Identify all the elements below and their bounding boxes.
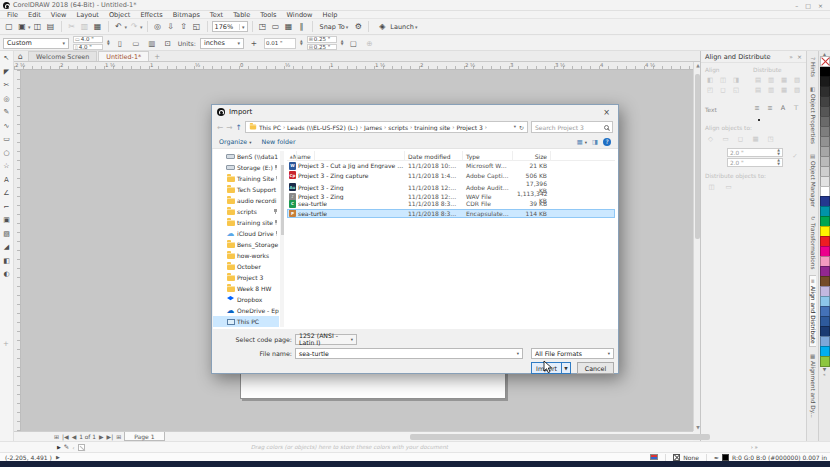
- rectangle-tool-icon[interactable]: ▭: [1, 135, 13, 143]
- paste-icon[interactable]: ▦: [92, 21, 104, 33]
- menu-item[interactable]: Object: [104, 11, 135, 19]
- align-to-button-icon[interactable]: ▦: [749, 133, 762, 144]
- current-page-icon[interactable]: ⊡: [162, 37, 174, 49]
- folder-tree-item[interactable]: This PC: [213, 316, 279, 327]
- snap-to-button[interactable]: Snap To▾: [317, 23, 352, 31]
- cancel-button[interactable]: Cancel: [577, 362, 614, 374]
- folder-tree-item[interactable]: scripts: [213, 206, 279, 217]
- Project 3 - Zing capture[interactable]: CpProject 3 - Zing capture 11/1/2018 1:4…: [287, 171, 615, 181]
- breadcrumb-segment[interactable]: training site›: [414, 124, 454, 131]
- ellipse-tool-icon[interactable]: ○: [1, 149, 13, 157]
- docker-tab[interactable]: ? Hints: [810, 54, 816, 80]
- align-button-icon[interactable]: ◱: [730, 85, 742, 94]
- help-icon[interactable]: ?: [603, 138, 611, 146]
- distribute-to-button-icon[interactable]: ◫: [704, 181, 719, 192]
- new-tab-icon[interactable]: +: [150, 53, 164, 61]
- folder-tree-item[interactable]: Project 3: [213, 272, 279, 283]
- refresh-icon[interactable]: ↻: [519, 124, 524, 131]
- view-mode-icon[interactable]: ▦▾: [577, 138, 587, 145]
- show-rulers-icon[interactable]: ▭: [270, 21, 282, 33]
- column-type[interactable]: Type: [463, 151, 513, 161]
- chevron-down-icon[interactable]: ▾: [239, 24, 245, 30]
- search-content-icon[interactable]: ◎: [152, 21, 164, 33]
- organize-button[interactable]: Organize▾: [219, 138, 251, 145]
- palette-scroll-left-icon[interactable]: ‹: [72, 444, 74, 451]
- interactive-fill-tool-icon[interactable]: ◧: [1, 257, 13, 265]
- menu-item[interactable]: Help: [318, 11, 343, 19]
- menu-item[interactable]: Text: [205, 11, 228, 19]
- file-format-combo[interactable]: All File Formats▾: [531, 348, 614, 359]
- breadcrumb[interactable]: This PC›Leads (\\EL-US-FS2) (L:)›James›s…: [245, 121, 528, 133]
- breadcrumb-segment[interactable]: This PC›: [259, 124, 285, 131]
- duplicate-y-field[interactable]: ⊟0.25 ": [307, 44, 337, 51]
- next-page-icon[interactable]: ▶: [99, 433, 104, 440]
- folder-tree-item[interactable]: Dropbox: [213, 294, 279, 305]
- distribute-button-icon[interactable]: ▦: [778, 75, 790, 84]
- align-button-icon[interactable]: ◧: [704, 75, 716, 84]
- distribute-button-icon[interactable]: ▥: [765, 85, 777, 94]
- point-y-spinner[interactable]: ▲▼: [777, 159, 780, 166]
- menu-item[interactable]: Bitmaps: [168, 11, 205, 19]
- palette-expand-icon[interactable]: «: [823, 372, 826, 377]
- fullscreen-preview-icon[interactable]: ◳: [257, 21, 269, 33]
- treat-as-filled-icon[interactable]: ▢: [347, 37, 359, 49]
- docker-tab[interactable]: ▦ Alignment and Dy...: [810, 350, 816, 421]
- file-name-input[interactable]: sea-turtle▾: [295, 348, 523, 359]
- folder-tree-item[interactable]: Storage (E:): [213, 162, 279, 173]
- page-1-tab[interactable]: Page 1: [124, 432, 164, 441]
- horizontal-scroll-thumb[interactable]: [410, 434, 710, 440]
- home-icon[interactable]: ⌂: [18, 52, 23, 61]
- nudge-spinner[interactable]: ▲▼: [300, 40, 303, 47]
- column-name[interactable]: Name▲: [287, 151, 405, 161]
- distribute-button-icon[interactable]: ▧: [791, 75, 803, 84]
- polygon-tool-icon[interactable]: ☆: [1, 162, 13, 170]
- add-page-before-icon[interactable]: ⊞: [54, 433, 59, 440]
- zoom-tool-icon[interactable]: ◎: [1, 95, 13, 103]
- docker-collapse-icon[interactable]: »: [789, 53, 793, 60]
- freehand-tool-icon[interactable]: ✎: [1, 108, 13, 116]
- portrait-icon[interactable]: ▯: [114, 37, 126, 49]
- menu-item[interactable]: Edit: [23, 11, 46, 19]
- sea-turtle[interactable]: Csea-turtle 11/1/2018 8:31 AM CDR File 3…: [287, 199, 615, 209]
- page-width-field[interactable]: ▭4.0 ": [73, 36, 103, 43]
- align-button-icon[interactable]: ◫: [717, 75, 729, 84]
- Project 3 - Zing[interactable]: AuProject 3 - Zing 11/1/2018 12:34 PM Ad…: [287, 180, 615, 190]
- color-swatch[interactable]: [820, 356, 830, 367]
- tab-untitled-1[interactable]: Untitled-1*: [98, 51, 149, 61]
- search-input[interactable]: Search Project 3: [531, 121, 613, 133]
- docker-tab[interactable]: ◧ Object Properties: [810, 83, 816, 147]
- text-align-button-icon[interactable]: ≡: [751, 103, 763, 112]
- address-dropdown-icon[interactable]: ▾: [514, 124, 516, 131]
- undo-icon[interactable]: ↶: [113, 21, 125, 33]
- all-pages-icon[interactable]: ▥: [146, 37, 158, 49]
- pick-tool-icon[interactable]: ↖: [1, 54, 13, 62]
- docker-close-icon[interactable]: ×: [797, 53, 802, 60]
- sea-turtle[interactable]: Psea-turtle 11/1/2018 8:32 AM Encapsulat…: [287, 209, 615, 219]
- no-color-swatch[interactable]: [820, 56, 830, 67]
- point-x-field[interactable]: 2.0 "▲▼: [727, 148, 783, 157]
- horizontal-scrollbar[interactable]: [170, 433, 684, 441]
- folder-tree-item[interactable]: iCloud Drive: [213, 228, 279, 239]
- dialog-close-icon[interactable]: ×: [600, 108, 613, 117]
- duplicate-spinner[interactable]: ▲▼: [341, 40, 344, 47]
- folder-tree-item[interactable]: Training Site: [213, 173, 279, 184]
- text-tool-icon[interactable]: A: [1, 176, 13, 184]
- docker-tab[interactable]: ▤ Object Manager: [810, 150, 816, 210]
- color-proof-icon[interactable]: [650, 454, 658, 460]
- folder-tree-item[interactable]: Bens_Storage: [213, 239, 279, 250]
- new-folder-button[interactable]: New folder: [261, 138, 295, 145]
- units-combo[interactable]: inches▾: [200, 38, 244, 49]
- breadcrumb-segment[interactable]: Leads (\\EL-US-FS2) (L:)›: [287, 124, 362, 131]
- up-icon[interactable]: ↑: [236, 123, 242, 132]
- smart-fill-tool-icon[interactable]: ◐: [1, 270, 13, 278]
- save-icon[interactable]: ◫: [32, 21, 44, 33]
- tab-welcome-screen[interactable]: Welcome Screen: [28, 51, 97, 61]
- distribute-to-button-icon[interactable]: ▭: [721, 181, 736, 192]
- menu-item[interactable]: File: [2, 11, 23, 19]
- open-icon[interactable]: ▣: [16, 21, 28, 33]
- landscape-icon[interactable]: ▭: [130, 37, 142, 49]
- breadcrumb-segment[interactable]: scripts›: [388, 124, 412, 131]
- align-button-icon[interactable]: ◻: [717, 85, 729, 94]
- align-to-button-icon[interactable]: ◳: [764, 133, 777, 144]
- new-document-icon[interactable]: ▢: [3, 21, 15, 33]
